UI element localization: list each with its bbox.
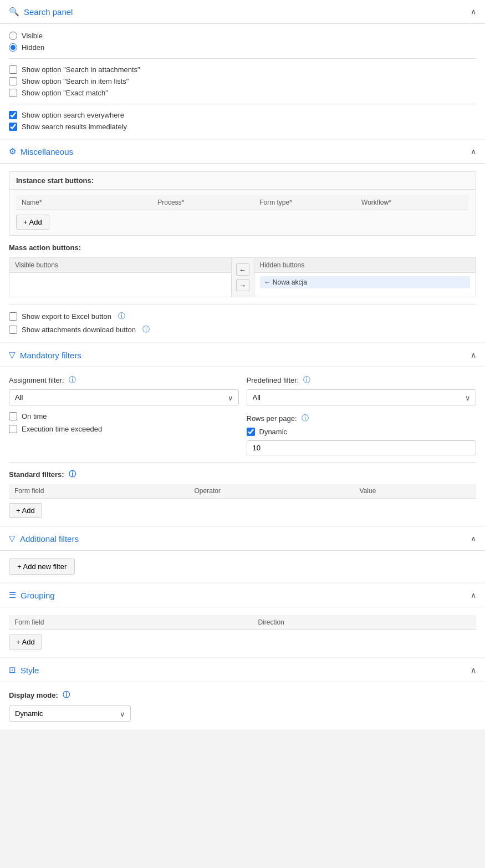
grouping-add-button[interactable]: + Add	[9, 634, 42, 649]
display-mode-select-wrapper: Dynamic	[9, 705, 131, 722]
on-time-input[interactable]	[9, 412, 17, 420]
additional-filters-chevron[interactable]: ∧	[471, 534, 476, 543]
additional-filters-icon: ▽	[9, 534, 16, 544]
on-time-checkbox[interactable]: On time	[9, 412, 239, 420]
show-export-excel[interactable]: Show export to Excel button ⓘ	[9, 311, 476, 321]
hidden-radio-input[interactable]	[9, 43, 17, 52]
style-chevron[interactable]: ∧	[471, 666, 476, 674]
miscellaneous-chevron[interactable]: ∧	[471, 147, 476, 156]
arrow-right-btn[interactable]: →	[236, 279, 249, 291]
col-workflow-header: Workflow*	[361, 199, 463, 206]
execution-time-checkbox[interactable]: Execution time exceeded	[9, 425, 239, 433]
predefined-filter-label-text: Predefined filter:	[247, 376, 299, 384]
hidden-label: Hidden	[22, 43, 44, 52]
option-exact-match-input[interactable]	[9, 89, 17, 97]
additional-filters-title: Additional filters	[20, 534, 79, 544]
option-search-immediately[interactable]: Show search results immediately	[9, 123, 476, 131]
mandatory-filters-icon: ▽	[9, 350, 16, 360]
std-filters-header-row: Form field Operator Value	[9, 484, 476, 499]
display-mode-info-icon[interactable]: ⓘ	[63, 690, 70, 700]
rows-per-page-info-icon[interactable]: ⓘ	[302, 413, 309, 423]
mandatory-filters-title-group: ▽ Mandatory filters	[9, 350, 81, 360]
std-filters-add-button[interactable]: + Add	[9, 503, 42, 518]
show-attachments-download-input[interactable]	[9, 326, 17, 334]
dynamic-label: Dynamic	[259, 428, 288, 436]
std-filters-table: Form field Operator Value	[9, 484, 476, 499]
assignment-filter-info-icon[interactable]: ⓘ	[69, 375, 76, 385]
style-section: ⊡ Style ∧ Display mode: ⓘ Dynamic	[0, 658, 485, 729]
option-search-immediately-input[interactable]	[9, 123, 17, 131]
grouping-title-group: ☰ Grouping	[9, 590, 55, 600]
show-attachments-download[interactable]: Show attachments download button ⓘ	[9, 324, 476, 334]
show-export-excel-label: Show export to Excel button	[22, 312, 111, 321]
visibility-radio-group: Visible Hidden	[9, 32, 476, 52]
std-filters-thead: Form field Operator Value	[9, 484, 476, 499]
assignment-filter-select[interactable]: All	[9, 389, 239, 405]
page-container: 🔍 Search panel ∧ Visible Hidden	[0, 0, 485, 729]
predefined-filter-select[interactable]: All	[247, 389, 477, 405]
option-exact-match[interactable]: Show option "Exact match"	[9, 89, 476, 97]
option-search-item-lists-label: Show option "Search in item lists"	[22, 77, 129, 85]
predefined-filter-label: Predefined filter: ⓘ	[247, 375, 477, 385]
execution-time-label: Execution time exceeded	[22, 425, 102, 433]
std-filters-info-icon[interactable]: ⓘ	[69, 469, 76, 479]
dual-list: Visible buttons ← → Hidden buttons ← Now…	[9, 257, 476, 297]
col-process-header: Process*	[157, 199, 259, 206]
mass-action-label: Mass action buttons:	[9, 243, 476, 252]
mandatory-filters-chevron[interactable]: ∧	[471, 351, 476, 359]
execution-time-input[interactable]	[9, 425, 17, 433]
option-search-everywhere-input[interactable]	[9, 111, 17, 119]
grouping-table: Form field Direction	[9, 615, 476, 630]
std-col-formfield: Form field	[9, 484, 189, 499]
option-search-attachments-label: Show option "Search in attachments"	[22, 65, 140, 74]
visible-radio[interactable]: Visible	[9, 32, 476, 40]
style-header[interactable]: ⊡ Style ∧	[0, 658, 485, 682]
search-panel-icon: 🔍	[9, 7, 19, 17]
style-title: Style	[21, 666, 39, 675]
option-search-attachments[interactable]: Show option "Search in attachments"	[9, 65, 476, 74]
grouping-title: Grouping	[21, 591, 55, 600]
dynamic-checkbox[interactable]: Dynamic	[247, 428, 477, 436]
option-search-everywhere[interactable]: Show option search everywhere	[9, 111, 476, 119]
assignment-filter-label-text: Assignment filter:	[9, 376, 64, 384]
visible-radio-input[interactable]	[9, 32, 17, 40]
additional-filters-header[interactable]: ▽ Additional filters ∧	[0, 527, 485, 551]
search-panel-title: Search panel	[24, 7, 73, 17]
search-options-group2: Show option search everywhere Show searc…	[9, 111, 476, 131]
std-filters-header: Standard filters: ⓘ	[9, 469, 476, 479]
assignment-filter-label: Assignment filter: ⓘ	[9, 375, 239, 385]
hidden-buttons-header: Hidden buttons	[254, 258, 476, 273]
display-mode-select[interactable]: Dynamic	[9, 705, 131, 722]
search-panel-section: 🔍 Search panel ∧ Visible Hidden	[0, 0, 485, 139]
instance-add-button[interactable]: + Add	[16, 215, 49, 230]
search-panel-header[interactable]: 🔍 Search panel ∧	[0, 0, 485, 24]
add-new-filter-button[interactable]: + Add new filter	[9, 559, 75, 575]
hidden-item-nowa-akcja[interactable]: ← Nowa akcja	[260, 276, 471, 288]
arrow-left-btn[interactable]: ←	[236, 263, 249, 276]
option-search-attachments-input[interactable]	[9, 65, 17, 74]
std-col-operator: Operator	[189, 484, 354, 499]
grouping-header[interactable]: ☰ Grouping ∧	[0, 583, 485, 607]
standard-filters-section: Standard filters: ⓘ Form field Operator …	[9, 469, 476, 518]
dynamic-input[interactable]	[247, 428, 255, 436]
grouping-col-direction: Direction	[252, 615, 476, 630]
hidden-radio[interactable]: Hidden	[9, 43, 476, 52]
col-formtype-header: Form type*	[259, 199, 361, 206]
export-excel-info-icon[interactable]: ⓘ	[118, 311, 125, 321]
grouping-chevron[interactable]: ∧	[471, 591, 476, 600]
mandatory-filters-header[interactable]: ▽ Mandatory filters ∧	[0, 343, 485, 367]
grouping-icon: ☰	[9, 590, 16, 600]
mandatory-filters-title: Mandatory filters	[20, 351, 81, 360]
option-search-item-lists[interactable]: Show option "Search in item lists"	[9, 77, 476, 85]
style-title-group: ⊡ Style	[9, 665, 39, 675]
rows-count-input[interactable]	[247, 440, 477, 455]
display-mode-label-text: Display mode:	[9, 691, 58, 699]
predefined-filter-info-icon[interactable]: ⓘ	[303, 375, 310, 385]
search-panel-chevron[interactable]: ∧	[471, 7, 476, 16]
on-time-label: On time	[22, 412, 47, 420]
attachments-info-icon[interactable]: ⓘ	[142, 324, 150, 334]
std-filters-label-text: Standard filters:	[9, 470, 64, 479]
miscellaneous-header[interactable]: ⚙ Miscellaneous ∧	[0, 140, 485, 164]
option-search-item-lists-input[interactable]	[9, 77, 17, 85]
show-export-excel-input[interactable]	[9, 312, 17, 321]
